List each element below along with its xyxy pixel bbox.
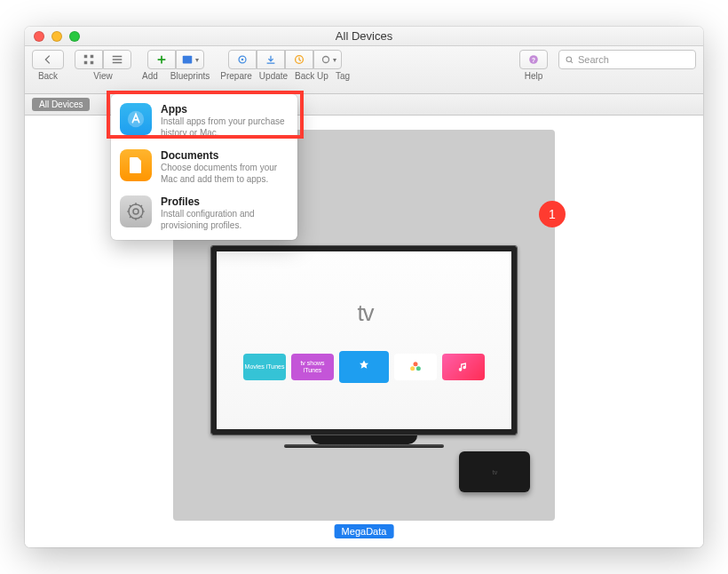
grid-icon [83, 53, 95, 66]
tv-app-appstore [339, 351, 389, 383]
window-title: All Devices [25, 29, 703, 43]
toolbar: Back View ▾ AddBlueprints ▾ PrepareUpdat [25, 46, 703, 94]
svg-rect-1 [91, 55, 94, 59]
svg-rect-7 [267, 63, 275, 64]
menu-item-subtitle: Install apps from your purchase history … [161, 116, 289, 139]
view-label: View [93, 71, 113, 81]
update-button[interactable] [257, 50, 285, 69]
plus-icon [155, 53, 168, 66]
svg-point-6 [241, 59, 244, 61]
search-icon [565, 55, 574, 65]
prepare-button[interactable] [228, 50, 257, 69]
tv-base [284, 444, 444, 448]
menu-item-subtitle: Install configuration and provisioning p… [161, 209, 289, 231]
menu-item-title: Profiles [161, 195, 289, 208]
svg-point-13 [414, 362, 418, 366]
blueprints-button[interactable]: ▾ [176, 50, 204, 69]
backup-label: Back Up [295, 71, 328, 81]
backup-button[interactable] [285, 50, 313, 69]
tv-app-photos [394, 354, 437, 380]
device-label[interactable]: MegaData [335, 524, 394, 538]
documents-icon [120, 149, 152, 181]
svg-rect-3 [91, 61, 94, 65]
help-label: Help [525, 71, 543, 81]
svg-text:?: ? [532, 57, 535, 63]
photos-icon [407, 358, 424, 376]
chevron-left-icon [42, 53, 54, 66]
apps-icon [120, 103, 152, 135]
tag-button[interactable]: ▾ [313, 50, 342, 69]
search-placeholder: Search [578, 54, 609, 65]
device-preview: tv Movies iTunes tv shows iTunes [210, 245, 518, 448]
back-label: Back [38, 71, 58, 81]
menu-item-title: Documents [161, 149, 289, 162]
tv-stand [311, 435, 417, 444]
view-grid-button[interactable] [75, 50, 103, 69]
list-icon [111, 53, 123, 66]
breadcrumb[interactable]: All Devices [32, 98, 90, 111]
back-button[interactable] [32, 50, 64, 69]
tag-label: Tag [336, 71, 350, 81]
tv-logo-text: tv [357, 299, 373, 327]
apple-tv-logo: tv [354, 299, 373, 327]
app-window: All Devices Back View ▾ AddBlueprints [25, 27, 703, 547]
tv-screen: tv Movies iTunes tv shows iTunes [210, 245, 518, 435]
help-icon: ? [527, 53, 540, 66]
tv-app-music [442, 354, 485, 380]
add-menu-dropdown: Apps Install apps from your purchase his… [111, 94, 297, 240]
svg-rect-0 [84, 55, 88, 59]
blueprint-icon [181, 53, 194, 66]
update-label: Update [259, 71, 288, 81]
gear-icon [236, 53, 249, 66]
svg-point-18 [133, 209, 138, 214]
titlebar: All Devices [25, 27, 703, 46]
appstore-icon [355, 358, 373, 376]
svg-point-14 [410, 366, 415, 371]
view-list-button[interactable] [103, 50, 131, 69]
svg-rect-2 [84, 61, 88, 65]
tv-app-tvshows: tv shows iTunes [291, 354, 334, 380]
backup-icon [293, 53, 305, 66]
menu-item-title: Apps [161, 103, 289, 116]
svg-point-12 [566, 57, 572, 62]
blueprints-label: Blueprints [170, 71, 210, 81]
tv-app-movies: Movies iTunes [243, 354, 286, 380]
music-icon [457, 361, 470, 373]
search-input[interactable]: Search [558, 50, 696, 69]
svg-rect-4 [183, 56, 193, 64]
help-button[interactable]: ? [519, 50, 548, 69]
prepare-label: Prepare [220, 71, 252, 81]
svg-point-9 [322, 57, 328, 63]
menu-item-profiles[interactable]: Profiles Install configuration and provi… [111, 190, 297, 236]
add-label: Add [142, 71, 158, 81]
menu-item-apps[interactable]: Apps Install apps from your purchase his… [111, 98, 297, 144]
svg-point-15 [416, 366, 421, 371]
tag-icon [320, 53, 332, 66]
notification-badge: 1 [539, 201, 566, 227]
tv-app-dock: Movies iTunes tv shows iTunes [243, 354, 485, 383]
apple-tv-box: tv [459, 451, 530, 492]
add-button[interactable] [147, 50, 176, 69]
profiles-icon [120, 195, 152, 227]
menu-item-subtitle: Choose documents from your Mac and add t… [161, 163, 289, 185]
menu-item-documents[interactable]: Documents Choose documents from your Mac… [111, 144, 297, 190]
update-icon [265, 53, 277, 66]
